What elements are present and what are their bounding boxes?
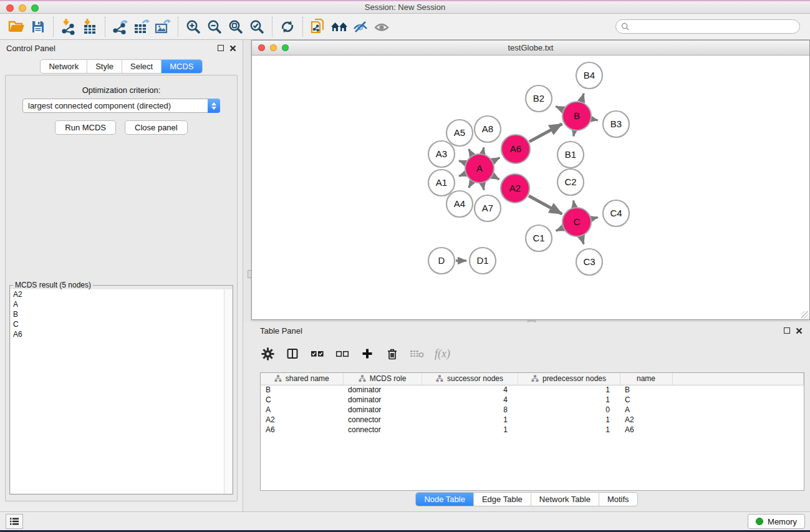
window-resize-grip[interactable]	[801, 311, 809, 319]
graph-edge-B-B3[interactable]	[592, 119, 598, 120]
tab-mcds[interactable]: MCDS	[161, 60, 201, 73]
column-header[interactable]: predecessor nodes	[518, 373, 620, 385]
graph-edge-A-A1[interactable]	[459, 174, 465, 177]
graph-node-A7[interactable]: A7	[475, 195, 501, 221]
graph-node-C2[interactable]: C2	[557, 169, 584, 195]
export-network-icon[interactable]	[110, 16, 131, 37]
select-all-icon[interactable]	[310, 346, 325, 361]
close-window-button[interactable]	[6, 4, 14, 12]
clone-network-icon[interactable]	[307, 16, 329, 37]
graph-edge-B-B2[interactable]	[556, 107, 562, 110]
graph-edge-A-A7[interactable]	[483, 184, 484, 190]
graph-edge-A-A3[interactable]	[459, 161, 465, 163]
hide-graphics-icon[interactable]	[350, 16, 371, 37]
graph-edge-B-B1[interactable]	[574, 132, 574, 137]
result-item[interactable]: A2	[11, 289, 232, 299]
minimize-network-button[interactable]	[270, 44, 277, 51]
column-header[interactable]: MCDS role	[343, 373, 422, 385]
result-item[interactable]: A6	[11, 329, 232, 339]
tab-network[interactable]: Network	[41, 60, 87, 73]
mcds-result-list[interactable]: A2ABCA6	[11, 289, 232, 493]
export-table-icon[interactable]	[131, 16, 152, 37]
add-column-icon[interactable]	[360, 346, 375, 361]
refresh-layout-icon[interactable]	[277, 16, 298, 37]
network-canvas[interactable]: AA1A2A3A4A5A6A7A8BB1B2B3B4CC1C2C3C4DD1	[252, 56, 809, 319]
memory-button[interactable]: Memory	[748, 514, 805, 529]
deselect-all-icon[interactable]	[335, 346, 350, 361]
result-item[interactable]: B	[11, 309, 232, 319]
table-row[interactable]: Cdominator41C	[261, 395, 804, 405]
close-panel-button[interactable]: Close panel	[125, 120, 188, 135]
result-scrollbar[interactable]	[224, 289, 232, 493]
graph-node-A1[interactable]: A1	[428, 170, 455, 196]
close-table-panel-icon[interactable]	[796, 327, 803, 334]
node-table[interactable]: shared nameMCDS rolesuccessor nodesprede…	[260, 372, 804, 491]
import-table-icon[interactable]	[79, 16, 100, 37]
graph-node-A4[interactable]: A4	[446, 191, 473, 217]
run-mcds-button[interactable]: Run MCDS	[55, 120, 116, 135]
close-panel-icon[interactable]	[229, 45, 236, 52]
search-input[interactable]	[632, 22, 794, 31]
graph-node-B3[interactable]: B3	[603, 111, 629, 137]
graph-edge-A-A5[interactable]	[469, 149, 472, 155]
graph-node-B[interactable]: B	[562, 102, 591, 130]
graph-edge-C-C1[interactable]	[556, 228, 562, 231]
tab-style[interactable]: Style	[87, 60, 122, 73]
table-row[interactable]: A2connector11A2	[261, 415, 804, 425]
graph-node-C3[interactable]: C3	[576, 249, 602, 275]
graph-node-C[interactable]: C	[562, 208, 591, 236]
graph-edge-B-B4[interactable]	[581, 94, 584, 101]
table-row[interactable]: Bdominator41B	[261, 385, 804, 395]
close-network-button[interactable]	[258, 44, 265, 51]
tab-node-table[interactable]: Node Table	[416, 493, 473, 506]
maximize-network-button[interactable]	[282, 44, 289, 51]
graph-edge-A-A2[interactable]	[493, 176, 499, 180]
graph-node-D1[interactable]: D1	[470, 248, 496, 274]
graph-node-B2[interactable]: B2	[526, 85, 552, 112]
graph-edge-C-C2[interactable]	[574, 201, 575, 207]
maximize-window-button[interactable]	[31, 4, 39, 12]
graph-node-B4[interactable]: B4	[576, 62, 602, 89]
column-header[interactable]: successor nodes	[422, 373, 518, 385]
graph-node-B1[interactable]: B1	[557, 142, 584, 168]
graph-node-D[interactable]: D	[428, 248, 455, 274]
graph-edge-A6-B[interactable]	[529, 124, 562, 142]
zoom-selected-icon[interactable]	[246, 16, 268, 37]
graph-node-A2[interactable]: A2	[501, 174, 529, 203]
graph-edge-A-A8[interactable]	[483, 147, 484, 153]
save-session-icon[interactable]	[27, 16, 49, 37]
import-network-icon[interactable]	[58, 16, 79, 37]
result-item[interactable]: A	[11, 299, 232, 309]
zoom-out-icon[interactable]	[204, 16, 225, 37]
tab-select[interactable]: Select	[122, 60, 161, 73]
table-row[interactable]: A6connector11A6	[261, 425, 804, 435]
graph-node-A6[interactable]: A6	[501, 135, 530, 163]
minimize-window-button[interactable]	[19, 4, 26, 12]
graph-edge-A-A4[interactable]	[469, 182, 472, 188]
search-field[interactable]	[615, 19, 800, 34]
tab-network-table[interactable]: Network Table	[531, 493, 599, 506]
home-view-icon[interactable]	[329, 16, 350, 37]
open-session-icon[interactable]	[6, 16, 27, 37]
graph-node-C1[interactable]: C1	[526, 225, 552, 251]
graph-node-A[interactable]: A	[465, 154, 494, 183]
zoom-in-icon[interactable]	[183, 16, 204, 37]
float-table-panel-icon[interactable]	[784, 327, 790, 334]
zoom-fit-icon[interactable]	[225, 16, 246, 37]
column-view-icon[interactable]	[285, 346, 300, 361]
graph-edge-C-C3[interactable]	[582, 237, 584, 244]
column-header[interactable]: shared name	[261, 373, 343, 385]
tab-motifs[interactable]: Motifs	[599, 493, 637, 506]
show-graphics-icon[interactable]	[371, 16, 392, 37]
graph-edge-A-A6[interactable]	[493, 158, 499, 162]
delete-column-icon[interactable]	[385, 346, 400, 361]
settings-gear-icon[interactable]	[260, 346, 275, 361]
graph-node-C4[interactable]: C4	[603, 200, 629, 226]
table-row[interactable]: Adominator80A	[261, 405, 804, 415]
float-panel-icon[interactable]	[218, 45, 224, 51]
result-item[interactable]: C	[11, 319, 232, 329]
criterion-select[interactable]: largest connected component (directed)	[22, 99, 220, 113]
task-history-button[interactable]	[6, 514, 23, 529]
column-header[interactable]: name	[620, 373, 672, 385]
graph-node-A3[interactable]: A3	[428, 141, 455, 167]
